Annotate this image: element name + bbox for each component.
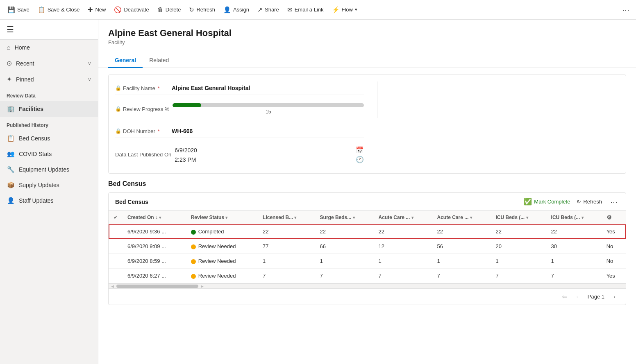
table-row[interactable]: 6/9/2020 8:59 ... Review Needed 1 1 1 1 … xyxy=(109,254,626,269)
row-status: Review Needed xyxy=(186,239,258,254)
sidebar-item-covid-stats[interactable]: 👥 COVID Stats xyxy=(0,146,98,162)
row-check-cell xyxy=(109,254,123,269)
sub-section-header: Bed Census ✅ Mark Complete ↻ Refresh ⋯ xyxy=(109,193,626,211)
col-icu-1[interactable]: ICU Beds (... ▾ xyxy=(491,211,546,224)
save-button[interactable]: 💾 Save xyxy=(3,4,34,16)
col-licensed-b[interactable]: Licensed B... ▾ xyxy=(258,211,315,224)
sidebar-item-label: Pinned xyxy=(16,76,34,83)
more-options-icon[interactable]: ⋯ xyxy=(609,197,619,206)
sub-section-actions: ✅ Mark Complete ↻ Refresh ⋯ xyxy=(524,197,619,206)
clock-icon[interactable]: 🕐 xyxy=(356,156,364,163)
form-right-col: 🔒 DOH Number * WH-666 Data Last Publishe… xyxy=(115,124,364,167)
row-last-col: Yes xyxy=(602,224,626,239)
row-last-col: Yes xyxy=(602,269,626,283)
save-close-button[interactable]: 📋 Save & Close xyxy=(34,4,84,16)
row-surge-beds: 66 xyxy=(315,239,374,254)
table-body: 6/9/2020 9:36 ... Completed 22 22 22 22 … xyxy=(109,224,626,283)
row-icu-2: 30 xyxy=(546,239,602,254)
row-icu-1: 1 xyxy=(491,254,546,269)
row-acute-care-1: 12 xyxy=(374,239,432,254)
row-icu-1: 7 xyxy=(491,269,546,283)
tab-general[interactable]: General xyxy=(108,54,143,68)
sidebar-item-bed-census[interactable]: 📋 Bed Census xyxy=(0,131,98,146)
row-acute-care-1: 22 xyxy=(374,224,432,239)
row-check-cell xyxy=(109,239,123,254)
required-star: * xyxy=(158,128,160,134)
review-progress-row: 🔒 Review Progress % 15 xyxy=(115,100,364,118)
row-acute-care-1: 7 xyxy=(374,269,432,283)
row-surge-beds: 7 xyxy=(315,269,374,283)
record-header: Alpine East General Hospital Facility xyxy=(98,20,636,45)
sidebar-item-recent[interactable]: ⊙ Recent ∨ xyxy=(0,55,98,71)
hamburger-menu-button[interactable]: ☰ xyxy=(7,25,14,34)
row-licensed-b: 1 xyxy=(258,254,315,269)
sidebar-item-label: Staff Updates xyxy=(19,197,54,204)
email-link-button[interactable]: ✉ Email a Link xyxy=(283,4,328,16)
col-created-on[interactable]: Created On ↓ ▾ xyxy=(123,211,186,224)
subsection-refresh-button[interactable]: ↻ Refresh xyxy=(573,197,605,206)
deactivate-button[interactable]: 🚫 Deactivate xyxy=(110,4,153,16)
table-row[interactable]: 6/9/2020 9:36 ... Completed 22 22 22 22 … xyxy=(109,224,626,239)
next-page-button[interactable]: → xyxy=(608,292,619,301)
form-grid: 🔒 Facility Name * Alpine East General Ho… xyxy=(115,81,619,167)
row-licensed-b: 7 xyxy=(258,269,315,283)
row-licensed-b: 77 xyxy=(258,239,315,254)
lock-icon: 🔒 xyxy=(115,128,121,134)
save-icon: 💾 xyxy=(7,6,15,14)
flow-button[interactable]: ⚡ Flow ▾ xyxy=(328,4,361,16)
record-title: Alpine East General Hospital xyxy=(108,28,626,38)
checkmark-circle-icon: ✅ xyxy=(524,198,532,206)
row-licensed-b: 22 xyxy=(258,224,315,239)
progress-bar-bg xyxy=(173,103,364,107)
review-data-header: Review Data xyxy=(0,87,98,101)
horizontal-scrollbar[interactable]: ◄ ► xyxy=(109,283,626,288)
column-settings-icon[interactable]: ⚙ xyxy=(606,214,612,221)
row-status: Completed xyxy=(186,224,258,239)
equipment-updates-icon: 🔧 xyxy=(7,165,15,174)
covid-stats-icon: 👥 xyxy=(7,150,15,158)
sidebar-item-label: Bed Census xyxy=(19,135,50,142)
doh-number-row: 🔒 DOH Number * WH-666 xyxy=(115,124,364,138)
more-options-button[interactable]: ⋯ xyxy=(619,4,633,16)
col-check: ✓ xyxy=(109,211,123,224)
mark-complete-button[interactable]: ✅ Mark Complete xyxy=(524,198,570,206)
col-acute-care-2[interactable]: Acute Care ... ▾ xyxy=(432,211,491,224)
progress-label: 15 xyxy=(173,109,364,115)
delete-button[interactable]: 🗑 Delete xyxy=(153,4,185,16)
share-button[interactable]: ↗ Share xyxy=(253,4,283,16)
sidebar-item-staff-updates[interactable]: 👤 Staff Updates xyxy=(0,193,98,208)
assign-button[interactable]: 👤 Assign xyxy=(219,4,253,16)
calendar-icon[interactable]: 📅 xyxy=(356,146,364,154)
form-left-col: 🔒 Facility Name * Alpine East General Ho… xyxy=(115,81,364,118)
col-acute-care-1[interactable]: Acute Care ... ▾ xyxy=(374,211,432,224)
refresh-button[interactable]: ↻ Refresh xyxy=(185,4,219,16)
table-row[interactable]: 6/9/2020 9:09 ... Review Needed 77 66 12… xyxy=(109,239,626,254)
recent-icon: ⊙ xyxy=(7,59,12,67)
lock-icon: 🔒 xyxy=(115,106,121,112)
col-icu-2[interactable]: ICU Beds (... ▾ xyxy=(546,211,602,224)
bed-census-icon: 📋 xyxy=(7,134,15,142)
first-page-button[interactable]: ⇐ xyxy=(559,292,570,301)
col-surge-beds[interactable]: Surge Beds... ▾ xyxy=(315,211,374,224)
sidebar-item-pinned[interactable]: ✦ Pinned ∨ xyxy=(0,71,98,87)
share-icon: ↗ xyxy=(257,6,263,14)
col-review-status[interactable]: Review Status ▾ xyxy=(186,211,258,224)
new-button[interactable]: ✚ New xyxy=(84,4,110,16)
sidebar: ☰ ⌂ Home ⊙ Recent ∨ ✦ Pinned ∨ Review Da… xyxy=(0,20,98,364)
doh-number-value: WH-666 xyxy=(172,128,193,134)
row-created-on: 6/9/2020 6:27 ... xyxy=(123,269,186,283)
flow-icon: ⚡ xyxy=(332,6,340,14)
table-row[interactable]: 6/9/2020 6:27 ... Review Needed 7 7 7 7 … xyxy=(109,269,626,283)
sidebar-item-home[interactable]: ⌂ Home xyxy=(0,40,98,55)
tab-related[interactable]: Related xyxy=(143,54,175,68)
doh-number-label: 🔒 DOH Number * xyxy=(115,128,168,134)
bed-census-title: Bed Census xyxy=(108,180,626,188)
sidebar-item-equipment-updates[interactable]: 🔧 Equipment Updates xyxy=(0,162,98,177)
toolbar: 💾 Save 📋 Save & Close ✚ New 🚫 Deactivate… xyxy=(0,0,636,20)
sidebar-item-facilities[interactable]: 🏢 Facilities xyxy=(0,101,98,117)
form-section: 🔒 Facility Name * Alpine East General Ho… xyxy=(108,75,626,174)
delete-icon: 🗑 xyxy=(157,6,164,13)
scroll-thumb[interactable] xyxy=(116,285,198,288)
sidebar-item-supply-updates[interactable]: 📦 Supply Updates xyxy=(0,177,98,193)
prev-page-button[interactable]: ← xyxy=(573,292,584,301)
